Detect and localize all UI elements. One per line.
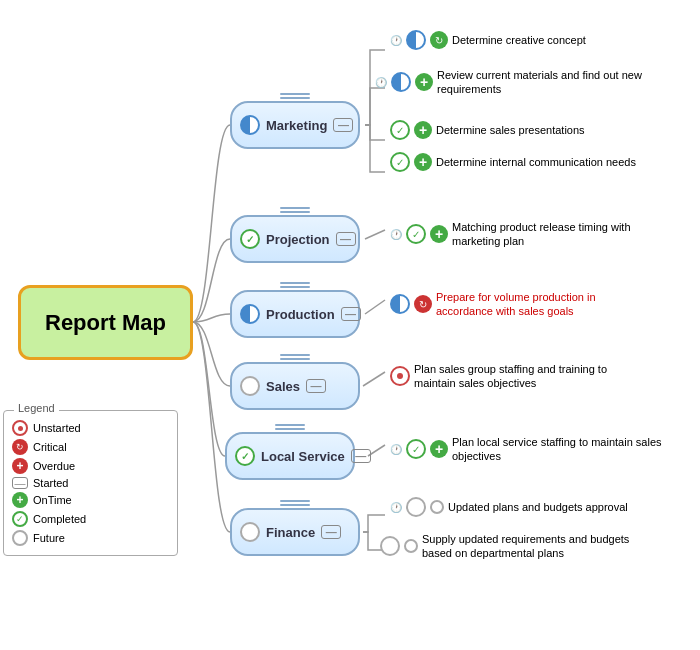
localservice-icon: ✓ <box>235 446 255 466</box>
branch-sales[interactable]: Sales — <box>230 362 360 410</box>
branch-projection[interactable]: ✓ Projection — <box>230 215 360 263</box>
leaf-text: Prepare for volume production in accorda… <box>436 290 646 319</box>
branch-marketing[interactable]: Marketing — <box>230 101 360 149</box>
finance-icon <box>240 522 260 542</box>
branch-localservice[interactable]: ✓ Local Service — <box>225 432 355 480</box>
leaf-text: Determine internal communication needs <box>436 155 636 169</box>
leaf-text: Updated plans and budgets approval <box>448 500 628 514</box>
leaf-text: Determine creative concept <box>452 33 586 47</box>
legend-title: Legend <box>14 402 59 414</box>
leaf-icon: ✓ <box>390 120 410 140</box>
leaf-marketing-2: 🕐 + Review current materials and find ou… <box>375 68 647 97</box>
legend-completed-label: Completed <box>33 513 86 525</box>
marketing-label: Marketing <box>266 118 327 133</box>
leaf-localservice-1: 🕐 ✓ + Plan local service staffing to mai… <box>390 435 662 464</box>
leaf-icon <box>390 366 410 386</box>
legend-completed: ✓ Completed <box>12 511 169 527</box>
leaf-icon: ✓ <box>390 152 410 172</box>
localservice-label: Local Service <box>261 449 345 464</box>
legend-overdue-label: Overdue <box>33 460 75 472</box>
root-node: Report Map <box>18 285 193 360</box>
branch-production[interactable]: Production — <box>230 290 360 338</box>
leaf-text: Matching product release timing with mar… <box>452 220 662 249</box>
leaf-finance-2: Supply updated requirements and budgets … <box>380 532 632 561</box>
leaf-projection-1: 🕐 ✓ + Matching product release timing wi… <box>390 220 662 249</box>
leaf-marketing-4: ✓ + Determine internal communication nee… <box>390 152 636 172</box>
leaf-icon <box>391 72 411 92</box>
production-label: Production <box>266 307 335 322</box>
projection-connector: — <box>336 232 356 246</box>
legend-critical-icon: ↻ <box>12 439 28 455</box>
legend-unstarted-label: Unstarted <box>33 422 81 434</box>
leaf-action-icon: + <box>430 440 448 458</box>
leaf-icon <box>406 30 426 50</box>
leaf-action-icon: + <box>430 225 448 243</box>
legend-unstarted-icon <box>12 420 28 436</box>
production-connector: — <box>341 307 361 321</box>
leaf-sub-icon <box>404 539 418 553</box>
sales-icon <box>240 376 260 396</box>
sales-connector: — <box>306 379 326 393</box>
legend-future: Future <box>12 530 169 546</box>
leaf-text: Supply updated requirements and budgets … <box>422 532 632 561</box>
legend-started: — Started <box>12 477 169 489</box>
leaf-icon <box>390 294 410 314</box>
leaf-text: Plan local service staffing to maintain … <box>452 435 662 464</box>
leaf-action-icon: + <box>415 73 433 91</box>
clock-icon: 🕐 <box>390 502 402 513</box>
leaf-icon <box>406 497 426 517</box>
sales-label: Sales <box>266 379 300 394</box>
legend-started-label: Started <box>33 477 68 489</box>
legend-critical-label: Critical <box>33 441 67 453</box>
leaf-finance-1: 🕐 Updated plans and budgets approval <box>390 497 628 517</box>
leaf-production-1: ↻ Prepare for volume production in accor… <box>390 290 646 319</box>
branch-finance[interactable]: Finance — <box>230 508 360 556</box>
production-icon <box>240 304 260 324</box>
leaf-marketing-3: ✓ + Determine sales presentations <box>390 120 585 140</box>
legend-overdue-icon: + <box>12 458 28 474</box>
localservice-connector: — <box>351 449 371 463</box>
leaf-marketing-1: 🕐 ↻ Determine creative concept <box>390 30 586 50</box>
legend-ontime: + OnTime <box>12 492 169 508</box>
legend-unstarted: Unstarted <box>12 420 169 436</box>
leaf-action-icon: + <box>414 153 432 171</box>
legend-future-label: Future <box>33 532 65 544</box>
leaf-icon: ✓ <box>406 224 426 244</box>
leaf-text: Determine sales presentations <box>436 123 585 137</box>
legend-box: Legend Unstarted ↻ Critical + Overdue — … <box>3 410 178 556</box>
legend-completed-icon: ✓ <box>12 511 28 527</box>
legend-ontime-icon: + <box>12 492 28 508</box>
projection-label: Projection <box>266 232 330 247</box>
leaf-action-icon: ↻ <box>414 295 432 313</box>
legend-overdue: + Overdue <box>12 458 169 474</box>
leaf-text: Plan sales group staffing and training t… <box>414 362 624 391</box>
projection-icon: ✓ <box>240 229 260 249</box>
legend-future-icon <box>12 530 28 546</box>
finance-connector: — <box>321 525 341 539</box>
leaf-icon: ✓ <box>406 439 426 459</box>
root-label: Report Map <box>45 310 166 336</box>
leaf-text: Review current materials and find out ne… <box>437 68 647 97</box>
leaf-icon <box>380 536 400 556</box>
clock-icon: 🕐 <box>390 35 402 46</box>
clock-icon: 🕐 <box>375 77 387 88</box>
marketing-icon <box>240 115 260 135</box>
clock-icon: 🕐 <box>390 229 402 240</box>
finance-label: Finance <box>266 525 315 540</box>
leaf-sales-1: Plan sales group staffing and training t… <box>390 362 624 391</box>
legend-ontime-label: OnTime <box>33 494 72 506</box>
legend-started-icon: — <box>12 477 28 489</box>
marketing-connector: — <box>333 118 353 132</box>
legend-critical: ↻ Critical <box>12 439 169 455</box>
clock-icon: 🕐 <box>390 444 402 455</box>
leaf-action-icon: ↻ <box>430 31 448 49</box>
leaf-sub-icon <box>430 500 444 514</box>
leaf-action-icon: + <box>414 121 432 139</box>
